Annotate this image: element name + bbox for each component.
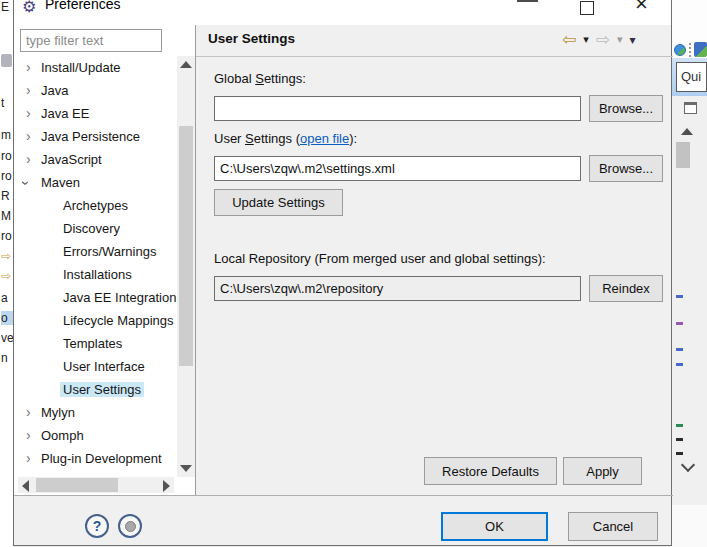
annotation-tick <box>676 348 683 351</box>
scrollbar-thumb[interactable] <box>36 478 118 492</box>
tree-item-java[interactable]: › Java <box>14 80 178 103</box>
global-settings-input[interactable] <box>214 96 581 121</box>
maximize-button[interactable] <box>580 1 594 15</box>
annotation-tick <box>676 295 683 298</box>
question-mark-icon: ? <box>93 518 102 534</box>
quick-access-input: Qui <box>676 62 707 92</box>
tree-item-label: Maven <box>41 175 80 190</box>
tree-item-label: Java Persistence <box>41 129 140 144</box>
preferences-dialog: ⚙ Preferences × › Install/Update › Java … <box>13 0 672 546</box>
tree-item-label: Java EE Integration <box>63 290 176 305</box>
tree-item-user-settings[interactable]: User Settings <box>14 379 178 402</box>
tree-item-install-update[interactable]: › Install/Update <box>14 57 178 80</box>
chevron-right-icon[interactable]: › <box>26 82 31 98</box>
background-window-left: E t m ro ro R M ro ⇨ ⇨ a o ve n <box>0 0 13 547</box>
tree-item-archetypes[interactable]: Archetypes <box>14 195 178 218</box>
bg-toolbar-icon <box>694 42 707 57</box>
tree-item-maven[interactable]: › Maven <box>14 172 178 195</box>
scroll-down-icon[interactable] <box>180 465 192 472</box>
chevron-right-icon[interactable]: › <box>26 128 31 144</box>
scroll-left-icon[interactable] <box>22 480 29 492</box>
user-settings-label: User Settings (open file): <box>214 131 357 146</box>
tree-item-installations[interactable]: Installations <box>14 264 178 287</box>
chevron-right-icon[interactable]: › <box>26 404 31 420</box>
tree-item-java-persistence[interactable]: › Java Persistence <box>14 126 178 149</box>
chevron-right-icon[interactable]: › <box>26 151 31 167</box>
tree-item-label: Templates <box>63 336 122 351</box>
record-icon <box>125 521 136 532</box>
local-repository-input[interactable] <box>214 276 581 301</box>
chevron-right-icon[interactable]: › <box>26 59 31 75</box>
apply-button[interactable]: Apply <box>563 457 642 485</box>
forward-arrow-icon[interactable]: ⇨ <box>596 31 610 48</box>
minimize-button[interactable] <box>517 0 538 2</box>
tree-item-label: Lifecycle Mappings <box>63 313 174 328</box>
reindex-button[interactable]: Reindex <box>589 275 663 302</box>
tree-item-plugin-development[interactable]: › Plug-in Development <box>14 448 178 471</box>
tree-horizontal-scrollbar[interactable] <box>18 477 174 493</box>
annotation-tick <box>676 424 683 427</box>
header-separator <box>196 56 673 57</box>
tree-item-label: Oomph <box>41 428 84 443</box>
tree-vertical-scrollbar[interactable] <box>177 56 195 477</box>
scrollbar-thumb[interactable] <box>179 126 193 366</box>
tree-item-label: Plug-in Development <box>41 451 162 466</box>
globe-icon <box>674 44 686 56</box>
back-menu-caret-icon[interactable]: ▾ <box>583 33 589 46</box>
user-settings-input[interactable] <box>214 156 581 181</box>
view-menu-caret-icon[interactable]: ▾ <box>630 33 636 47</box>
dialog-titlebar: ⚙ Preferences × <box>14 0 671 25</box>
tree-item-oomph[interactable]: › Oomph <box>14 425 178 448</box>
tree-item-javascript[interactable]: › JavaScript <box>14 149 178 172</box>
tree-item-user-interface[interactable]: User Interface <box>14 356 178 379</box>
chevron-down-icon[interactable]: › <box>18 181 34 186</box>
annotation-tick <box>676 438 683 441</box>
chevron-right-icon[interactable]: › <box>26 450 31 466</box>
bg-bottom-pane <box>672 505 707 547</box>
filter-input[interactable] <box>20 29 162 52</box>
local-repository-label: Local Repository (From merged user and g… <box>214 251 546 266</box>
update-settings-button[interactable]: Update Settings <box>214 189 343 216</box>
bg-scrollbar-thumb <box>676 142 690 168</box>
tree-item-label: User Interface <box>63 359 145 374</box>
tree-item-lifecycle-mappings[interactable]: Lifecycle Mappings <box>14 310 178 333</box>
tree-item-templates[interactable]: Templates <box>14 333 178 356</box>
tree-item-label: Install/Update <box>41 60 121 75</box>
ok-button[interactable]: OK <box>441 512 548 541</box>
back-arrow-icon[interactable]: ⇦ <box>562 31 576 48</box>
tree-item-discovery[interactable]: Discovery <box>14 218 178 241</box>
scroll-up-icon[interactable] <box>180 61 192 68</box>
page-title: User Settings <box>208 31 295 46</box>
pane-divider <box>195 25 196 495</box>
annotation-tick <box>676 452 683 455</box>
tree-item-label: Archetypes <box>63 198 128 213</box>
global-browse-button[interactable]: Browse... <box>589 95 663 122</box>
bg-tree-icon <box>1 54 12 67</box>
tree-item-mylyn[interactable]: › Mylyn <box>14 402 178 425</box>
global-settings-label: Global Settings: <box>214 71 306 86</box>
user-browse-button[interactable]: Browse... <box>589 155 663 182</box>
cancel-button[interactable]: Cancel <box>568 512 658 541</box>
chevron-down-icon <box>681 458 695 472</box>
tree-item-label: Java EE <box>41 106 89 121</box>
tree-item-label: JavaScript <box>41 152 102 167</box>
tree-item-label-selected: User Settings <box>60 382 144 397</box>
forward-menu-caret-icon[interactable]: ▾ <box>617 33 623 46</box>
dialog-title: Preferences <box>45 0 120 12</box>
help-button[interactable]: ? <box>85 514 109 538</box>
tree-item-java-ee[interactable]: › Java EE <box>14 103 178 126</box>
preferences-tree-pane: › Install/Update › Java › Java EE › Java… <box>14 25 195 495</box>
tree-item-java-ee-integration[interactable]: Java EE Integration <box>14 287 178 310</box>
chevron-right-icon[interactable]: › <box>26 427 31 443</box>
tree-item-errors-warnings[interactable]: Errors/Warnings <box>14 241 178 264</box>
chevron-right-icon[interactable]: › <box>26 105 31 121</box>
annotation-tick <box>676 322 683 325</box>
preference-recorder-button[interactable] <box>118 514 142 538</box>
preferences-gear-icon: ⚙ <box>22 0 36 16</box>
toolbar-separator-dots <box>689 43 691 57</box>
restore-defaults-button[interactable]: Restore Defaults <box>424 457 557 485</box>
close-button[interactable]: × <box>635 0 648 15</box>
open-file-link[interactable]: open file <box>300 131 349 146</box>
scroll-right-icon[interactable] <box>163 480 170 492</box>
editor-restore-icon <box>684 102 697 114</box>
